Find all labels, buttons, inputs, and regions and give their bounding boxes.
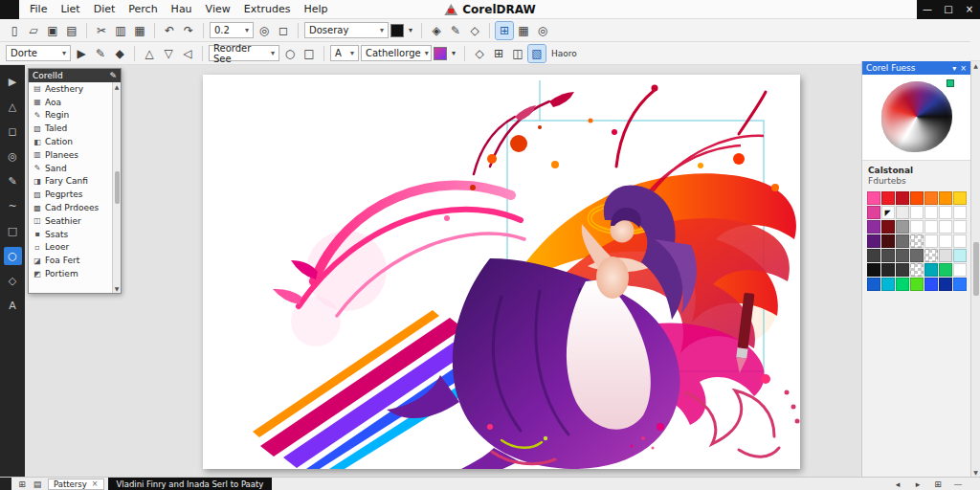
page-tab-close-icon[interactable]: × — [92, 479, 99, 488]
scroll-up-icon[interactable]: ▲ — [973, 62, 978, 69]
mirror-icon[interactable]: ◁ — [179, 45, 196, 62]
docker-item-aesthery[interactable]: ▤Aesthery — [29, 82, 112, 96]
menu-perch[interactable]: Perch — [122, 3, 164, 15]
color-swatch[interactable] — [924, 191, 938, 205]
freehand-tool[interactable]: ✎ — [4, 172, 22, 190]
color-swatch[interactable] — [910, 206, 924, 219]
rotate-left-icon[interactable]: △ — [141, 45, 158, 62]
edit-mode-icon[interactable]: ✎ — [447, 22, 464, 39]
maximize-button[interactable]: □ — [938, 0, 959, 19]
scroll-down-icon[interactable]: ▼ — [115, 285, 120, 292]
color-swatch[interactable] — [910, 234, 924, 248]
color-swatch[interactable] — [924, 278, 938, 291]
rect-icon[interactable]: □ — [301, 45, 318, 62]
color-swatch[interactable] — [896, 220, 909, 234]
ellipse-icon[interactable]: ○ — [281, 45, 299, 62]
color-swatch[interactable] — [953, 249, 967, 262]
redo-icon[interactable]: ↷ — [180, 22, 197, 39]
docker-item-aoa[interactable]: ▦Aoa — [29, 96, 112, 109]
copy-icon[interactable]: ▥ — [112, 22, 129, 39]
pages-icon[interactable]: ⊞ — [15, 479, 29, 489]
color-swatch[interactable] — [924, 249, 938, 262]
color-swatch[interactable] — [910, 278, 924, 291]
shape-tool[interactable]: △ — [4, 98, 22, 116]
wireframe-icon[interactable]: ◇ — [466, 22, 483, 39]
cut-icon[interactable]: ✂ — [93, 22, 110, 39]
color-swatch[interactable] — [939, 278, 952, 291]
colorchip-arrow-icon[interactable]: ▾ — [406, 22, 415, 39]
pan-tool-icon[interactable]: ◻ — [275, 22, 292, 39]
dropdown-arrow-icon[interactable]: ▾ — [271, 49, 275, 57]
scroll-up-icon[interactable]: ▲ — [115, 83, 120, 90]
menu-hau[interactable]: Hau — [165, 3, 199, 15]
color-swatch[interactable] — [881, 278, 895, 291]
color-swatch[interactable] — [924, 263, 938, 277]
outline-color-chip[interactable] — [390, 24, 404, 37]
dropdown-arrow-icon[interactable]: ▾ — [62, 49, 66, 57]
color-swatch[interactable] — [896, 263, 909, 277]
color-swatch[interactable] — [896, 278, 909, 291]
color-docker-header[interactable]: Corel Fuess ▾× — [862, 61, 970, 75]
rulers-icon[interactable]: ◎ — [534, 22, 551, 39]
color-swatch[interactable] — [896, 206, 909, 219]
color-swatch[interactable] — [953, 191, 967, 205]
app-corner-icon[interactable] — [0, 0, 19, 19]
pick-tool[interactable]: ▶ — [4, 73, 22, 91]
docker-item-cation[interactable]: ◧Cation — [29, 135, 112, 148]
color-swatch[interactable] — [953, 220, 967, 234]
style-dropdown[interactable]: Cathellorge ▾ — [361, 45, 432, 61]
layers-icon[interactable]: ▤ — [31, 479, 44, 489]
color-swatch[interactable] — [939, 206, 952, 219]
zoom-tool-icon[interactable]: ◎ — [256, 22, 273, 39]
docker-item-cad-prdoees[interactable]: ▩Cad Prdoees — [29, 201, 112, 214]
rectangle-tool[interactable]: □ — [4, 222, 22, 240]
color-wheel-marker[interactable] — [947, 79, 954, 87]
docker-item-fary-canfi[interactable]: ◨Fary Canfi — [29, 175, 112, 189]
ellipse-tool[interactable]: ○ — [4, 247, 22, 265]
rotate-right-icon[interactable]: ▽ — [160, 45, 177, 62]
menu-view[interactable]: View — [199, 3, 237, 15]
page-tab[interactable]: Pattersy × — [48, 479, 104, 490]
fillchip-arrow-icon[interactable]: ▾ — [449, 45, 458, 62]
docker-item-taled[interactable]: ▧Taled — [29, 122, 112, 135]
color-swatch[interactable] — [939, 234, 952, 248]
paste-icon[interactable]: ▦ — [131, 22, 148, 39]
menu-diet[interactable]: Diet — [87, 3, 122, 15]
color-swatch[interactable] — [881, 249, 895, 262]
color-swatch[interactable] — [924, 220, 938, 234]
color-swatch[interactable] — [953, 234, 967, 248]
color-swatch[interactable] — [910, 249, 924, 262]
color-swatch[interactable] — [867, 206, 880, 219]
view-mode-dropdown[interactable]: Doseray ▾ — [304, 22, 389, 38]
dropdown-arrow-icon[interactable]: ▾ — [350, 49, 354, 57]
dropdown-arrow-icon[interactable]: ▾ — [425, 49, 429, 57]
scroll-thumb[interactable] — [973, 242, 979, 296]
docker-item-sand[interactable]: ✎Sand — [29, 162, 112, 175]
color-swatch[interactable] — [953, 278, 967, 291]
fill-color-chip[interactable] — [434, 47, 447, 60]
color-swatch[interactable] — [867, 249, 880, 262]
pick-tool-icon[interactable]: ▶ — [73, 45, 90, 62]
docker-item-regin[interactable]: ✎Regin — [29, 109, 112, 122]
color-swatch[interactable] — [910, 191, 924, 205]
color-swatch[interactable] — [910, 220, 924, 234]
outline-options-icon[interactable]: ◇ — [471, 45, 488, 62]
color-swatch[interactable] — [867, 263, 880, 277]
docker-item-leoer[interactable]: ▫Leoer — [29, 241, 112, 255]
color-swatch-cursor[interactable]: ◤ — [881, 206, 895, 219]
grid-toggle-icon[interactable]: ⊞ — [496, 22, 513, 39]
color-swatch[interactable] — [924, 206, 938, 219]
color-swatch[interactable] — [910, 263, 924, 277]
color-swatch[interactable] — [953, 206, 967, 219]
add-page-icon[interactable]: ⊞ — [931, 479, 945, 489]
minimize-button[interactable]: — — [917, 0, 938, 19]
color-wheel[interactable] — [881, 81, 952, 152]
docker-item-seathier[interactable]: ◫Seathier — [29, 214, 112, 228]
order-icon[interactable]: ◫ — [509, 45, 526, 62]
docker-item-pegprtes[interactable]: ▨Pegprtes — [29, 188, 112, 201]
zoom-tool[interactable]: ◎ — [4, 147, 22, 166]
scroll-thumb[interactable] — [115, 171, 120, 204]
dropdown-arrow-icon[interactable]: ▾ — [380, 26, 384, 34]
docker-scrollbar[interactable]: ▲ ▼ — [112, 82, 121, 293]
menu-help[interactable]: Help — [297, 3, 334, 15]
